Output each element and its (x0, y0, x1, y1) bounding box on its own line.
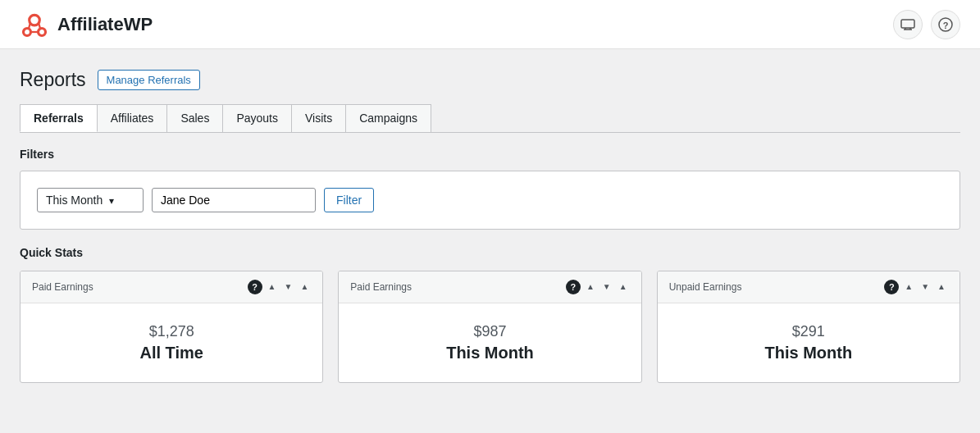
svg-text:?: ? (943, 20, 949, 30)
help-icon: ? (938, 17, 953, 32)
stat-help-icon-1[interactable]: ? (248, 280, 262, 294)
period-select[interactable]: This Month (37, 188, 144, 212)
stat-card-header-3: Unpaid Earnings ? ▲ ▼ ▲ (658, 271, 959, 303)
filters-row: This Month Filter (37, 188, 943, 212)
stat-card-body-3: $291 This Month (658, 303, 959, 382)
svg-rect-6 (901, 20, 914, 28)
stat-card-unpaid-earnings-thismonth: Unpaid Earnings ? ▲ ▼ ▲ $291 This Month (657, 271, 960, 383)
stat-up-button-1[interactable]: ▲ (266, 281, 279, 293)
affiliatewp-logo-icon (20, 10, 49, 39)
stat-card-controls-3: ? ▲ ▼ ▲ (884, 280, 948, 294)
tabs-container: Referrals Affiliates Sales Payouts Visit… (20, 104, 960, 133)
svg-point-1 (24, 28, 31, 35)
stat-expand-button-1[interactable]: ▲ (298, 281, 311, 293)
tab-visits[interactable]: Visits (291, 104, 346, 132)
stat-help-icon-2[interactable]: ? (566, 280, 581, 294)
screen-icon (900, 19, 915, 30)
tab-payouts[interactable]: Payouts (222, 104, 292, 132)
svg-point-0 (30, 15, 40, 25)
quick-stats-label: Quick Stats (20, 246, 960, 259)
affiliate-search-input[interactable] (152, 188, 316, 212)
chevron-down-icon (109, 194, 114, 207)
stats-grid: Paid Earnings ? ▲ ▼ ▲ $1,278 All Time Pa… (20, 271, 960, 383)
logo-area: AffiliateWP (20, 10, 153, 39)
stat-down-button-2[interactable]: ▼ (600, 281, 613, 293)
stat-value-2: $987 (350, 323, 629, 340)
app-title: AffiliateWP (57, 14, 153, 35)
filter-button[interactable]: Filter (324, 188, 374, 212)
stat-card-header-1: Paid Earnings ? ▲ ▼ ▲ (21, 271, 322, 303)
stat-card-header-2: Paid Earnings ? ▲ ▼ ▲ (339, 271, 640, 303)
filters-box: This Month Filter (20, 171, 960, 230)
help-icon-button[interactable]: ? (931, 10, 960, 39)
page-title-row: Reports Manage Referrals (20, 69, 960, 91)
stat-card-controls-2: ? ▲ ▼ ▲ (566, 280, 630, 294)
stat-up-button-3[interactable]: ▲ (902, 281, 915, 293)
stat-down-button-3[interactable]: ▼ (918, 281, 932, 293)
manage-referrals-button[interactable]: Manage Referrals (98, 70, 200, 90)
stat-card-body-2: $987 This Month (339, 303, 640, 382)
header-icons: ? (893, 10, 960, 39)
stat-card-title-3: Unpaid Earnings (669, 281, 742, 293)
main-content: Reports Manage Referrals Referrals Affil… (0, 49, 980, 403)
screen-icon-button[interactable] (893, 10, 923, 39)
tab-sales[interactable]: Sales (166, 104, 223, 132)
header: AffiliateWP ? (0, 0, 980, 49)
stat-expand-button-3[interactable]: ▲ (935, 281, 948, 293)
stat-period-2: This Month (350, 344, 629, 362)
tab-affiliates[interactable]: Affiliates (97, 104, 168, 132)
stat-period-1: All Time (32, 344, 311, 362)
stat-card-paid-earnings-thismonth: Paid Earnings ? ▲ ▼ ▲ $987 This Month (338, 271, 641, 383)
stat-card-controls-1: ? ▲ ▼ ▲ (248, 280, 312, 294)
stat-value-1: $1,278 (32, 323, 311, 340)
page-title: Reports (20, 69, 86, 91)
stat-down-button-1[interactable]: ▼ (282, 281, 295, 293)
tab-campaigns[interactable]: Campaigns (345, 104, 431, 132)
stat-up-button-2[interactable]: ▲ (584, 281, 597, 293)
period-select-value: This Month (46, 194, 103, 207)
stat-card-body-1: $1,278 All Time (21, 303, 322, 382)
stat-card-paid-earnings-alltime: Paid Earnings ? ▲ ▼ ▲ $1,278 All Time (20, 271, 323, 383)
tab-referrals[interactable]: Referrals (20, 104, 98, 132)
stat-card-title-2: Paid Earnings (350, 281, 412, 293)
stat-card-title-1: Paid Earnings (32, 281, 93, 293)
stat-value-3: $291 (669, 323, 948, 340)
filters-label: Filters (20, 148, 960, 161)
stat-help-icon-3[interactable]: ? (884, 280, 899, 294)
stat-period-3: This Month (669, 344, 948, 362)
svg-point-2 (39, 28, 46, 35)
stat-expand-button-2[interactable]: ▲ (617, 281, 630, 293)
